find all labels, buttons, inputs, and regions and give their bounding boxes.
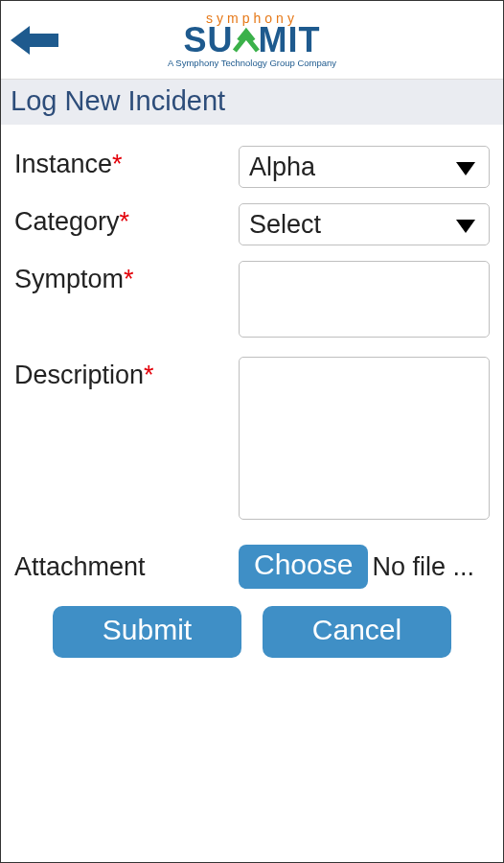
instance-select[interactable]: Alpha xyxy=(239,146,490,188)
caret-down-icon xyxy=(456,210,475,240)
caret-down-icon xyxy=(456,152,475,182)
choose-file-button[interactable]: Choose xyxy=(239,545,368,589)
file-status-text: No file ... xyxy=(372,552,474,582)
chevron-up-icon xyxy=(232,27,261,56)
submit-button[interactable]: Submit xyxy=(53,606,241,658)
svg-marker-1 xyxy=(456,162,475,175)
instance-label: Instance* xyxy=(14,146,239,179)
action-buttons: Submit Cancel xyxy=(14,606,490,658)
app-header: symphony SU MIT A Symphony Technology Gr… xyxy=(1,1,503,80)
svg-marker-2 xyxy=(456,220,475,233)
logo: symphony SU MIT A Symphony Technology Gr… xyxy=(168,12,336,68)
cancel-button[interactable]: Cancel xyxy=(263,606,451,658)
description-input[interactable] xyxy=(239,357,490,520)
instance-row: Instance* Alpha xyxy=(14,146,490,188)
instance-value: Alpha xyxy=(249,152,315,182)
symptom-input[interactable] xyxy=(239,261,490,338)
category-label: Category* xyxy=(14,203,239,237)
category-select[interactable]: Select xyxy=(239,203,490,245)
symptom-row: Symptom* xyxy=(14,261,490,341)
attachment-label: Attachment xyxy=(14,552,239,582)
page-title: Log New Incident xyxy=(1,80,503,125)
category-value: Select xyxy=(249,210,321,240)
required-star: * xyxy=(120,207,130,236)
description-label: Description* xyxy=(14,357,239,390)
required-star: * xyxy=(112,150,123,178)
category-row: Category* Select xyxy=(14,203,490,245)
required-star: * xyxy=(124,265,134,293)
symptom-label: Symptom* xyxy=(14,261,239,294)
description-row: Description* xyxy=(14,357,490,524)
attachment-row: Attachment Choose No file ... xyxy=(14,545,490,589)
logo-main: SU MIT xyxy=(168,25,336,56)
logo-tagline: A Symphony Technology Group Company xyxy=(168,58,336,68)
svg-marker-0 xyxy=(11,26,58,55)
back-arrow-icon[interactable] xyxy=(11,26,58,55)
incident-form: Instance* Alpha Category* Select xyxy=(1,125,503,658)
required-star: * xyxy=(144,361,154,389)
